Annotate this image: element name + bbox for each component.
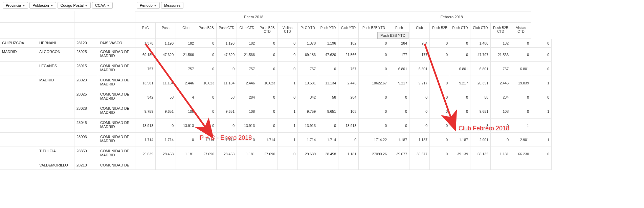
data-cell[interactable] (318, 161, 338, 170)
data-cell[interactable]: 11.134 (217, 76, 237, 90)
data-cell[interactable]: 0 (430, 147, 450, 161)
row-hdr-poblacion[interactable] (37, 133, 74, 147)
measure-header[interactable]: Club (409, 23, 430, 39)
data-cell[interactable]: 342 (298, 90, 318, 104)
data-cell[interactable]: 0 (409, 90, 430, 104)
data-cell[interactable]: 0 (531, 62, 552, 76)
data-cell[interactable]: 58 (217, 90, 237, 104)
data-cell[interactable] (511, 161, 531, 170)
data-cell[interactable]: 0 (196, 119, 217, 133)
filter-measures[interactable]: Measures (161, 2, 183, 9)
data-cell[interactable] (298, 161, 318, 170)
row-hdr-ccaa[interactable]: COMUNIDAD DE MADRID (98, 48, 135, 62)
data-cell[interactable]: 284 (491, 90, 511, 104)
data-cell[interactable]: 1.378 (298, 39, 318, 48)
data-cell[interactable]: 1.714 (257, 133, 277, 147)
data-cell[interactable]: 27.090 (196, 147, 217, 161)
data-cell[interactable]: 1.378 (135, 39, 156, 48)
measure-header[interactable]: Push CTD (217, 23, 237, 39)
measure-header[interactable]: Push B2B CTD (491, 23, 511, 39)
data-cell[interactable]: 0 (318, 62, 338, 76)
data-cell[interactable]: 0 (359, 62, 389, 76)
data-cell[interactable]: 0 (196, 39, 217, 48)
data-cell[interactable]: 0 (277, 147, 298, 161)
data-cell[interactable] (176, 161, 196, 170)
data-cell[interactable]: 0 (450, 48, 470, 62)
data-cell[interactable]: 0 (531, 48, 552, 62)
data-cell[interactable]: 6.801 (470, 62, 491, 76)
data-cell[interactable]: 0 (237, 133, 257, 147)
data-cell[interactable]: 0 (217, 62, 237, 76)
data-cell[interactable]: 13.913 (298, 119, 318, 133)
row-hdr-poblacion[interactable] (37, 90, 74, 104)
measure-header[interactable]: Push B2B (430, 23, 450, 39)
data-cell[interactable]: 13.913 (176, 119, 196, 133)
data-cell[interactable] (217, 161, 237, 170)
data-cell[interactable]: 0 (318, 119, 338, 133)
data-cell[interactable]: 9.217 (409, 76, 430, 90)
data-cell[interactable] (389, 161, 409, 170)
data-cell[interactable]: 0 (511, 104, 531, 119)
data-cell[interactable]: 28.458 (318, 147, 338, 161)
measure-header[interactable]: Visitas CTD (511, 23, 531, 39)
data-cell[interactable]: 0 (430, 76, 450, 90)
data-cell[interactable]: 1.181 (338, 147, 359, 161)
data-cell[interactable]: 29.639 (135, 147, 156, 161)
data-cell[interactable] (237, 161, 257, 170)
data-cell[interactable]: 39.139 (450, 147, 470, 161)
data-cell[interactable]: 58 (318, 90, 338, 104)
data-cell[interactable]: 0 (389, 90, 409, 104)
data-cell[interactable] (491, 161, 511, 170)
data-cell[interactable]: 1714.22 (359, 133, 389, 147)
data-cell[interactable]: 47.620 (156, 48, 176, 62)
data-cell[interactable] (359, 161, 389, 170)
data-cell[interactable]: 2.901 (511, 133, 531, 147)
data-cell[interactable]: 0 (277, 39, 298, 48)
row-hdr-cp[interactable]: 28025 (74, 90, 98, 104)
measure-header[interactable]: Push YTD (318, 23, 338, 39)
data-cell[interactable]: 1.714 (135, 133, 156, 147)
row-hdr-poblacion[interactable]: HERNANI (37, 39, 74, 48)
data-cell[interactable]: 9.651 (318, 104, 338, 119)
data-cell[interactable]: 2.446 (237, 76, 257, 90)
data-cell[interactable]: 182 (338, 39, 359, 48)
data-cell[interactable]: 39.677 (389, 147, 409, 161)
row-hdr-ccaa[interactable]: COMUNIDAD DE MADRID (98, 104, 135, 119)
data-cell[interactable]: 0 (409, 119, 430, 133)
data-cell[interactable]: 19.839 (511, 76, 531, 90)
data-cell[interactable]: 0 (257, 39, 277, 48)
data-cell[interactable] (409, 161, 430, 170)
data-cell[interactable] (531, 161, 552, 170)
measure-header[interactable]: P+C YTD (298, 23, 318, 39)
data-cell[interactable]: 9.217 (389, 76, 409, 90)
row-hdr-cp[interactable]: 28120 (74, 39, 98, 48)
row-hdr-poblacion[interactable] (37, 104, 74, 119)
data-cell[interactable] (257, 161, 277, 170)
measure-header[interactable]: Push B2B CTD (257, 23, 277, 39)
data-cell[interactable]: 6.801 (409, 62, 430, 76)
data-cell[interactable] (430, 62, 450, 76)
row-hdr-provincia[interactable] (0, 62, 37, 76)
measure-header[interactable]: Club CTD (470, 23, 491, 39)
measure-header[interactable]: Club CTD (237, 23, 257, 39)
measure-header[interactable]: Push B2B (196, 23, 217, 39)
data-cell[interactable]: 9.651 (470, 104, 491, 119)
data-cell[interactable]: 0 (531, 147, 552, 161)
row-hdr-cp[interactable]: 28028 (74, 104, 98, 119)
row-hdr-poblacion[interactable]: VALDEMORILLO (37, 161, 74, 170)
row-hdr-cp[interactable]: 28045 (74, 119, 98, 133)
measure-header[interactable]: Visitas CTD (277, 23, 298, 39)
data-cell[interactable] (450, 161, 470, 170)
data-cell[interactable]: 284 (389, 39, 409, 48)
data-cell[interactable]: 10622.67 (359, 76, 389, 90)
measure-header[interactable]: Club YTD (338, 23, 359, 39)
data-cell[interactable]: 1 (531, 133, 552, 147)
data-cell[interactable]: 6.801 (389, 62, 409, 76)
data-cell[interactable]: 0 (511, 90, 531, 104)
data-cell[interactable]: 58 (156, 90, 176, 104)
data-cell[interactable]: 0 (257, 104, 277, 119)
data-cell[interactable]: 2.901 (470, 133, 491, 147)
row-hdr-cp[interactable]: 28210 (74, 161, 98, 170)
data-cell[interactable]: 0 (257, 62, 277, 76)
data-cell[interactable]: 0 (531, 90, 552, 104)
